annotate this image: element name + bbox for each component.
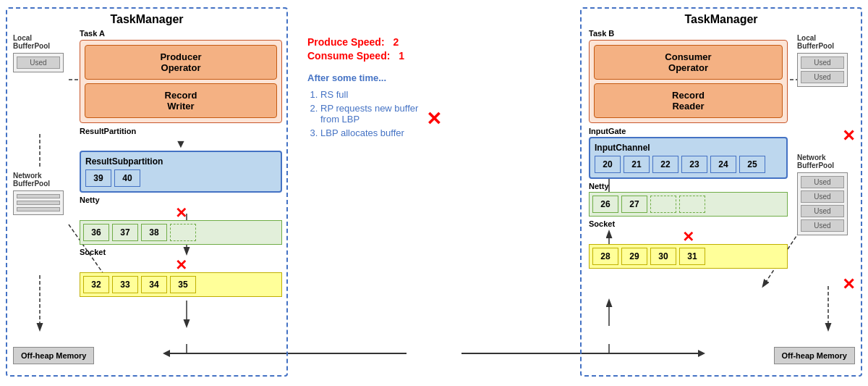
right-socket-label: Socket (589, 219, 788, 228)
consumer-operator-label: Consumer Operator (665, 51, 711, 73)
right-network-used4: Used (801, 219, 844, 232)
right-offheap-box: Off-heap Memory (774, 347, 855, 364)
produce-speed-line: Produce Speed: 2 (307, 36, 561, 48)
input-channel: InputChannel 20 21 22 23 24 25 (589, 137, 788, 179)
left-task-label: Task A (80, 29, 282, 38)
left-task-box: Producer Operator Record Writer (80, 40, 282, 123)
socket-cell-32: 32 (83, 276, 109, 293)
socket-cell-35: 35 (170, 276, 196, 293)
left-task-area: Task A Producer Operator Record Writer R… (80, 29, 282, 297)
producer-operator-box: Producer Operator (85, 45, 277, 80)
right-local-bp-used2: Used (801, 71, 844, 83)
producer-operator-label: Producer Operator (160, 51, 201, 73)
consume-speed-label: Consume Speed: (307, 50, 390, 62)
right-local-bp: LocalBufferPool Used Used (797, 34, 855, 87)
left-local-bp-slot: Used (17, 56, 60, 69)
right-local-bp-label: LocalBufferPool (797, 34, 855, 50)
right-socket-row: 28 29 30 31 (589, 244, 788, 269)
right-local-bp-redx: ✕ (842, 128, 855, 144)
right-network-used3: Used (801, 205, 844, 217)
right-network-bp: NetworkBufferPool Used Used Used Used (797, 154, 855, 235)
right-network-used1: Used (801, 176, 844, 188)
socket-cell-34: 34 (141, 276, 167, 293)
right-socket-section: Socket ✕ 28 29 30 31 (589, 219, 788, 269)
right-network-bp-label: NetworkBufferPool (797, 154, 855, 169)
right-socket-cell-31: 31 (679, 248, 705, 265)
left-netty-label: Netty (80, 196, 282, 204)
left-local-bp-box: Used (13, 53, 64, 72)
left-netty-section: Netty ✕ 36 37 38 (80, 196, 282, 245)
produce-consume-section: Produce Speed: 2 Consume Speed: 1 (307, 36, 561, 62)
left-netty-redx: ✕ (80, 206, 282, 220)
right-netty-cell-27: 27 (621, 196, 647, 213)
rsp-label: ResultSubpartition (85, 156, 276, 167)
right-network-bp-box: Used Used Used Used (797, 172, 848, 235)
netty-cell-empty (170, 224, 196, 241)
right-task-label: Task B (589, 29, 788, 38)
right-task-box: Consumer Operator Record Reader (589, 40, 788, 123)
right-network-used2: Used (801, 190, 844, 203)
left-netty-row: 36 37 38 (80, 220, 282, 245)
left-socket-redx: ✕ (80, 258, 282, 272)
socket-cell-33: 33 (112, 276, 138, 293)
ic-label: InputChannel (595, 143, 782, 153)
left-tm-title: TaskManager (110, 13, 183, 26)
right-socket-cell-29: 29 (621, 248, 647, 265)
left-network-bp-label: NetworkBufferPool (13, 172, 71, 188)
after-time-label: After some time... (307, 72, 561, 83)
step1: RS full (320, 89, 561, 100)
left-network-bp-box (13, 190, 64, 215)
record-reader-box: Record Reader (594, 83, 783, 118)
right-network-bp-redx: ✕ (842, 277, 855, 293)
left-offheap: Off-heap Memory (13, 347, 94, 364)
left-network-bp-slot3 (17, 207, 60, 211)
right-task-manager: TaskManager Task B Consumer Operator Rec… (580, 7, 862, 377)
left-local-bp: LocalBufferPool Used (13, 34, 71, 72)
diagram: TaskManager LocalBufferPool Used Network… (0, 0, 868, 386)
right-netty-label: Netty (589, 182, 788, 190)
record-writer-box: Record Writer (85, 83, 277, 118)
right-socket-redx: ✕ (589, 230, 788, 244)
record-writer-label: Record Writer (165, 90, 197, 112)
rsp-cells: 39 40 (85, 169, 276, 187)
right-netty-cell-26: 26 (592, 196, 618, 213)
right-socket-cell-30: 30 (650, 248, 676, 265)
right-netty-empty1 (650, 196, 676, 213)
left-task-manager: TaskManager LocalBufferPool Used Network… (6, 7, 288, 377)
rsp-cell-39: 39 (85, 169, 111, 187)
right-tm-title: TaskManager (684, 13, 757, 26)
result-partition-label: ResultPartition (80, 127, 282, 135)
ic-cell-20: 20 (595, 156, 621, 173)
right-socket-cell-28: 28 (592, 248, 618, 265)
ic-cell-25: 25 (739, 156, 765, 173)
left-offheap-box: Off-heap Memory (13, 347, 94, 364)
ic-cell-22: 22 (652, 156, 678, 173)
left-socket-section: Socket ✕ 32 33 34 35 (80, 248, 282, 297)
ic-cell-23: 23 (681, 156, 707, 173)
right-local-bp-used1: Used (801, 56, 844, 69)
ic-cells: 20 21 22 23 24 25 (595, 156, 782, 173)
left-socket-row: 32 33 34 35 (80, 272, 282, 297)
produce-speed-value: 2 (393, 36, 399, 48)
left-network-bp: NetworkBufferPool (13, 172, 71, 215)
right-local-bp-box: Used Used (797, 53, 848, 87)
right-netty-section: Netty 26 27 (589, 182, 788, 217)
rp-down-arrow: ▼ (80, 137, 282, 151)
netty-cell-36: 36 (83, 224, 109, 241)
middle-section: Produce Speed: 2 Consume Speed: 1 After … (293, 29, 575, 148)
middle-wire-redx: ✕ (426, 108, 442, 130)
netty-cell-38: 38 (141, 224, 167, 241)
right-netty-empty2 (679, 196, 705, 213)
left-socket-label: Socket (80, 248, 282, 256)
left-network-bp-slot1 (17, 194, 60, 198)
right-task-area: Task B Consumer Operator Record Reader I… (589, 29, 788, 269)
rsp-cell-40: 40 (114, 169, 140, 187)
record-reader-label: Record Reader (672, 90, 705, 112)
left-local-bp-label: LocalBufferPool (13, 34, 71, 50)
ic-cell-21: 21 (624, 156, 650, 173)
left-network-bp-slot2 (17, 201, 60, 205)
produce-speed-label: Produce Speed: (307, 36, 385, 48)
right-netty-row: 26 27 (589, 192, 788, 217)
consume-speed-line: Consume Speed: 1 (307, 50, 561, 62)
right-offheap: Off-heap Memory (774, 347, 855, 364)
